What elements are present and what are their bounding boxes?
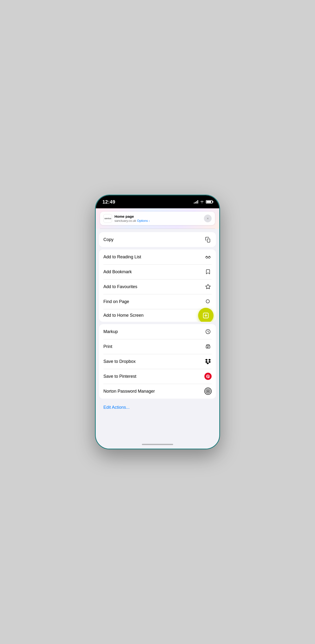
close-button[interactable]: × (204, 214, 212, 222)
print-item[interactable]: Print (99, 339, 216, 354)
print-label: Print (103, 344, 112, 349)
markup-label: Markup (103, 329, 118, 334)
url-bar: sanctua Home page sanctuary.co.uk Option… (100, 212, 215, 225)
svg-point-16 (208, 391, 208, 392)
svg-rect-0 (207, 239, 210, 242)
add-home-screen-label: Add to Home Screen (103, 313, 144, 318)
content-area: Copy Add to Reading List (96, 229, 219, 449)
signal-bars-icon (194, 200, 198, 204)
add-home-screen-item[interactable]: Add to Home Screen (99, 309, 216, 322)
glasses-icon (204, 253, 212, 260)
copy-menu-group: Copy (99, 232, 216, 247)
norton-label: Norton Password Manager (103, 389, 155, 394)
url-info: Home page sanctuary.co.uk Options › (114, 214, 201, 222)
share-menu-group: Add to Reading List Add Bookmark (99, 250, 216, 322)
save-dropbox-label: Save to Dropbox (103, 359, 136, 364)
add-favourites-item[interactable]: Add to Favourites (99, 279, 216, 294)
markup-icon (204, 328, 212, 335)
url-domain-row: sanctuary.co.uk Options › (114, 219, 201, 222)
add-bookmark-label: Add Bookmark (103, 269, 132, 274)
svg-point-10 (208, 331, 208, 332)
battery-icon (206, 200, 213, 204)
norton-item[interactable]: Norton Password Manager (99, 384, 216, 399)
search-icon (204, 298, 212, 305)
close-icon: × (207, 217, 209, 220)
url-domain: sanctuary.co.uk (114, 219, 136, 222)
dropbox-icon (204, 358, 212, 365)
bookmark-icon (204, 268, 212, 276)
tools-menu-group: Markup Print (99, 324, 216, 399)
browser-bar: sanctua Home page sanctuary.co.uk Option… (96, 208, 219, 229)
edit-actions-button[interactable]: Edit Actions... (99, 401, 216, 414)
home-indicator (142, 444, 173, 445)
markup-item[interactable]: Markup (99, 324, 216, 339)
print-icon (204, 343, 212, 350)
phone-frame: 12:49 sanctua Home page sanctuary.co.uk (95, 195, 220, 449)
save-pinterest-item[interactable]: Save to Pinterest (99, 369, 216, 384)
find-on-page-item[interactable]: Find on Page (99, 294, 216, 309)
save-pinterest-label: Save to Pinterest (103, 374, 136, 379)
status-icons (194, 200, 213, 204)
favicon-text: sanctua (104, 217, 111, 220)
site-favicon: sanctua (103, 214, 112, 223)
page-title: Home page (114, 214, 201, 219)
norton-icon (204, 388, 212, 395)
home-indicator-area (96, 440, 219, 449)
add-reading-list-item[interactable]: Add to Reading List (99, 250, 216, 264)
url-options-button[interactable]: Options (137, 219, 148, 222)
svg-point-5 (206, 300, 209, 303)
status-time: 12:49 (102, 199, 115, 205)
pinterest-icon (204, 373, 212, 380)
wifi-icon (200, 200, 204, 203)
add-bookmark-item[interactable]: Add Bookmark (99, 264, 216, 279)
copy-label: Copy (103, 237, 114, 242)
add-reading-list-label: Add to Reading List (103, 254, 141, 260)
copy-icon (204, 236, 212, 243)
save-dropbox-item[interactable]: Save to Dropbox (99, 354, 216, 369)
copy-menu-item[interactable]: Copy (99, 232, 216, 247)
status-bar: 12:49 (96, 195, 219, 208)
find-on-page-label: Find on Page (103, 299, 129, 304)
star-icon (204, 283, 212, 290)
add-favourites-label: Add to Favourites (103, 284, 137, 289)
svg-marker-4 (206, 284, 210, 289)
add-home-screen-icon-highlighted (198, 308, 213, 322)
chevron-right-icon: › (149, 220, 150, 222)
